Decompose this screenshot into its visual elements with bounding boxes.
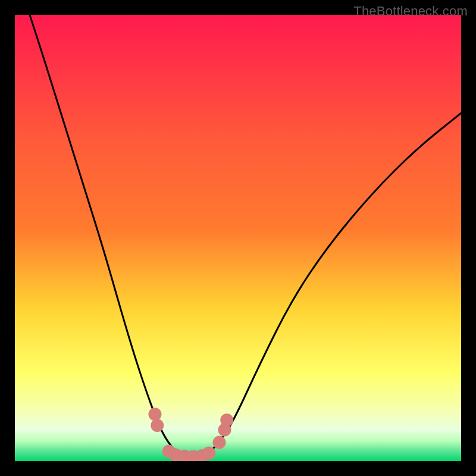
data-marker bbox=[213, 436, 226, 449]
data-marker bbox=[220, 414, 233, 427]
chart-container: TheBottleneck.com bbox=[0, 0, 476, 476]
gradient-background bbox=[15, 15, 461, 461]
plot-area bbox=[15, 15, 461, 461]
watermark-text: TheBottleneck.com bbox=[353, 4, 468, 19]
plot-svg bbox=[15, 15, 461, 461]
data-marker bbox=[202, 447, 215, 460]
data-marker bbox=[149, 408, 162, 421]
data-marker bbox=[151, 419, 164, 432]
